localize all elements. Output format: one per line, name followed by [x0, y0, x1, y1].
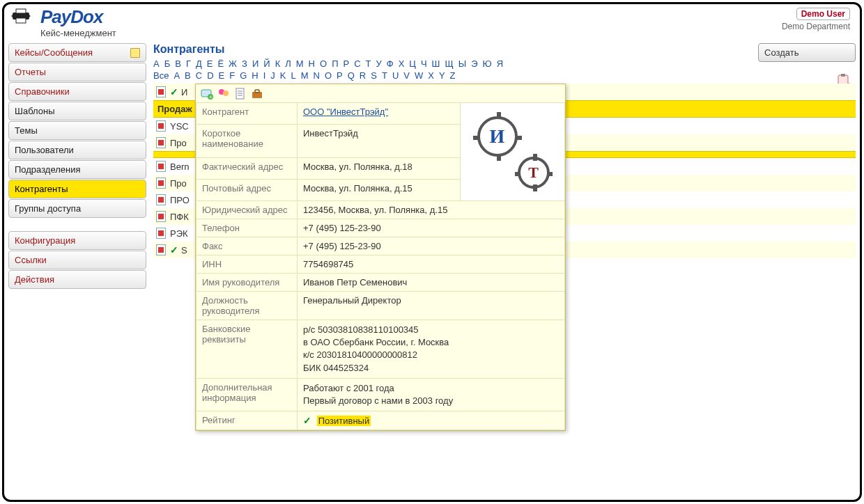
user-department: Demo Department — [782, 22, 850, 31]
alpha-letter[interactable]: Р — [343, 58, 349, 69]
message-icon[interactable]: + — [200, 87, 214, 101]
alpha-letter[interactable]: Y — [439, 70, 445, 81]
sidebar-item[interactable]: Темы — [8, 121, 146, 140]
doc-icon — [156, 137, 166, 148]
document-icon[interactable] — [233, 87, 247, 101]
sidebar-item[interactable]: Действия — [8, 270, 146, 289]
sidebar-item-label: Подразделения — [15, 164, 81, 175]
alpha-letter[interactable]: Б — [164, 58, 171, 69]
alpha-letter[interactable]: Д — [196, 58, 202, 69]
svg-text:+: + — [209, 94, 213, 100]
alpha-letter[interactable]: Z — [450, 70, 456, 81]
alpha-letter[interactable]: L — [291, 70, 295, 81]
sidebar-item[interactable]: Пользователи — [8, 141, 146, 159]
alpha-letter[interactable]: M — [301, 70, 309, 81]
alpha-letter[interactable]: И — [252, 58, 259, 69]
alpha-letter[interactable]: Г — [186, 58, 191, 69]
alpha-letter[interactable]: Й — [263, 58, 270, 69]
alpha-letter[interactable]: У — [376, 58, 381, 69]
alpha-letter[interactable]: I — [263, 70, 266, 81]
alpha-letter[interactable]: V — [403, 70, 410, 81]
alpha-letter[interactable]: Ф — [387, 58, 394, 69]
alpha-letter[interactable]: W — [415, 70, 423, 81]
alpha-letter[interactable]: C — [196, 70, 202, 81]
alpha-letter[interactable]: B — [185, 70, 191, 81]
alpha-letter[interactable]: P — [337, 70, 343, 81]
counterparty-link[interactable]: ООО "ИнвестТрэйд" — [303, 107, 388, 117]
sidebar-item[interactable]: Ссылки — [8, 251, 146, 269]
alpha-letter[interactable]: F — [229, 70, 235, 81]
alpha-letter[interactable]: Ж — [229, 58, 237, 69]
sidebar-item[interactable]: Кейсы/Сообщения — [8, 43, 146, 62]
list-item-label: И — [181, 87, 187, 97]
alpha-letter[interactable]: Я — [497, 58, 503, 69]
topbar: PayDox Кейс-менеджмент Demo User Demo De… — [4, 4, 860, 43]
alpha-letter[interactable]: S — [371, 70, 377, 81]
alpha-letter[interactable]: О — [320, 58, 327, 69]
svg-point-12 — [223, 90, 229, 96]
alpha-letter[interactable]: Н — [309, 58, 315, 69]
field-label: Факс — [196, 237, 298, 255]
alpha-letter[interactable]: H — [252, 70, 258, 81]
alpha-letter[interactable]: П — [332, 58, 338, 69]
alpha-letter[interactable]: Ч — [421, 58, 427, 69]
alpha-letter[interactable]: J — [270, 70, 275, 81]
alpha-letter[interactable]: T — [382, 70, 387, 81]
sidebar-item[interactable]: Группы доступа — [8, 199, 146, 218]
sidebar-item[interactable]: Контрагенты — [8, 180, 146, 198]
field-value: р/с 50303810838110100345 в ОАО Сбербанк … — [298, 320, 565, 379]
alpha-letter[interactable]: X — [428, 70, 434, 81]
alpha-letter[interactable]: G — [240, 70, 247, 81]
sidebar-item[interactable]: Справочники — [8, 82, 146, 101]
alpha-letter[interactable]: Л — [285, 58, 291, 69]
alpha-letter[interactable]: В — [175, 58, 181, 69]
page-title: Контрагенты — [153, 43, 856, 56]
alpha-letter[interactable]: Ц — [409, 58, 416, 69]
alpha-letter[interactable]: K — [280, 70, 286, 81]
sidebar-item[interactable]: Отчеты — [8, 63, 146, 81]
alpha-letter[interactable]: O — [325, 70, 332, 81]
alpha-letter[interactable]: К — [275, 58, 281, 69]
field-value: 123456, Москва, ул. Полянка, д.15 — [298, 201, 565, 219]
sidebar-item[interactable]: Шаблоны — [8, 102, 146, 120]
alpha-letter[interactable]: U — [392, 70, 399, 81]
alpha-letter[interactable]: N — [314, 70, 320, 81]
alphabet-row-en: ВсеABCDEFGHIJKLMNOPQRSTUVWXYZ — [153, 70, 856, 81]
briefcase-icon[interactable] — [250, 87, 264, 101]
create-button[interactable]: Создать — [758, 43, 856, 62]
user-name-badge[interactable]: Demo User — [796, 8, 850, 20]
field-label: Банковские реквизиты — [196, 320, 298, 379]
list-item-label: YSC — [170, 121, 189, 132]
alpha-letter[interactable]: D — [207, 70, 213, 81]
alpha-letter[interactable]: E — [219, 70, 225, 81]
sidebar-item[interactable]: Подразделения — [8, 160, 146, 179]
doc-icon — [156, 120, 166, 132]
sidebar-item-label: Пользователи — [15, 145, 74, 155]
alpha-letter[interactable]: Ю — [483, 58, 492, 69]
alpha-letter[interactable]: Все — [153, 70, 169, 81]
alpha-letter[interactable]: R — [360, 70, 366, 81]
alpha-letter[interactable]: Щ — [445, 58, 454, 69]
print-icon[interactable] — [10, 8, 32, 24]
check-icon: ✓ — [170, 244, 178, 255]
alpha-letter[interactable]: Т — [366, 58, 371, 69]
alpha-letter[interactable]: A — [173, 70, 180, 81]
alpha-letter[interactable]: Х — [399, 58, 405, 69]
alpha-letter[interactable]: Ё — [217, 58, 224, 69]
app-subtitle: Кейс-менеджмент — [40, 28, 116, 38]
alpha-letter[interactable]: З — [242, 58, 247, 69]
field-label: ИНН — [196, 255, 298, 274]
alpha-letter[interactable]: Ш — [432, 58, 440, 69]
doc-icon — [156, 228, 166, 239]
alpha-letter[interactable]: А — [153, 58, 160, 69]
sidebar-item[interactable]: Конфигурация — [8, 231, 146, 250]
alpha-letter[interactable]: Э — [471, 58, 477, 69]
alpha-letter[interactable]: Q — [348, 70, 355, 81]
alpha-letter[interactable]: М — [296, 58, 304, 69]
users-icon[interactable] — [217, 87, 231, 101]
sidebar-item-label: Группы доступа — [15, 203, 81, 214]
alpha-letter[interactable]: Ы — [458, 58, 467, 69]
alpha-letter[interactable]: С — [354, 58, 360, 69]
main-area: Кейсы/СообщенияОтчетыСправочникиШаблоныТ… — [4, 43, 860, 500]
alpha-letter[interactable]: Е — [207, 58, 213, 69]
